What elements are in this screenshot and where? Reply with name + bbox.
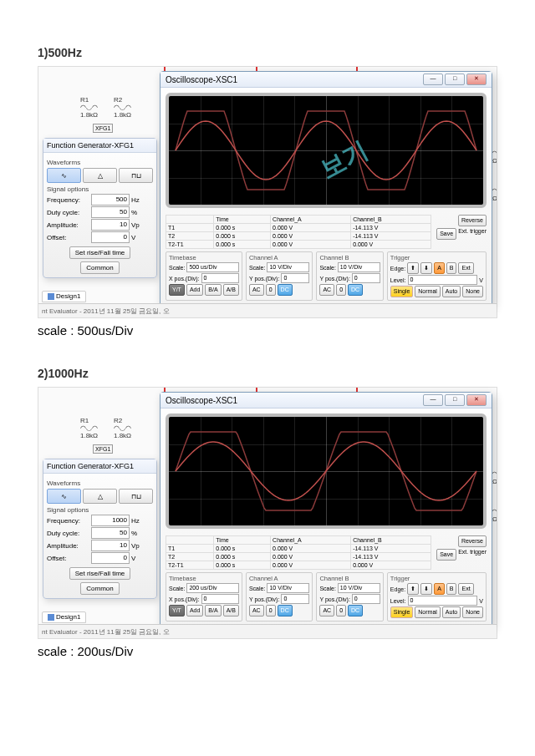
status-bar: nt Evaluator - 2011년 11월 25일 금요일, 오: [38, 303, 497, 317]
timebase-b-a-button[interactable]: B/A: [205, 605, 221, 616]
fg-set-rise-fall-button[interactable]: Set rise/Fall time: [69, 246, 131, 259]
save-button[interactable]: Save: [436, 228, 456, 240]
timebase-add-button[interactable]: Add: [186, 284, 203, 296]
channel-b-0-button[interactable]: 0: [336, 605, 346, 616]
channel-a-dc-button[interactable]: DC: [278, 605, 293, 616]
close-icon[interactable]: ✕: [466, 74, 487, 85]
timebase-section: TimebaseScale:200 us/DivX pos.(Div):0Y/T…: [166, 572, 242, 622]
edge-rise-icon[interactable]: ⬆: [407, 262, 419, 274]
fg-titlebar[interactable]: Function Generator-XFG1: [43, 459, 156, 474]
channel-b-scale-field[interactable]: 10 V/Div: [338, 262, 380, 272]
triangle-wave-icon[interactable]: △: [83, 489, 117, 504]
channel-b-scale-field[interactable]: 10 V/Div: [338, 583, 380, 593]
square-wave-icon[interactable]: ⊓⊔: [119, 168, 153, 183]
edge-rise-icon[interactable]: ⬆: [407, 583, 419, 595]
edge-fall-icon[interactable]: ⬇: [420, 262, 432, 274]
trigger-single-button[interactable]: Single: [390, 606, 413, 618]
timebase-a-b-button[interactable]: A/B: [223, 284, 239, 296]
reverse-button[interactable]: Reverse: [458, 215, 487, 226]
minimize-icon[interactable]: —: [423, 74, 443, 85]
timebase-scale-field[interactable]: 500 us/Div: [186, 262, 238, 272]
trigger-ext-button[interactable]: Ext: [458, 583, 473, 595]
channel-b-pos-field[interactable]: 0: [352, 594, 380, 604]
sine-wave-icon[interactable]: ∿: [47, 489, 81, 504]
trigger-ext-button[interactable]: Ext: [458, 262, 473, 274]
channel-a-dc-button[interactable]: DC: [278, 284, 293, 296]
fg-freq-field[interactable]: 1000: [91, 515, 130, 526]
scope-titlebar[interactable]: Oscilloscope-XSC1—□✕: [160, 393, 492, 408]
trigger-single-button[interactable]: Single: [390, 286, 413, 297]
channel-b-ac-button[interactable]: AC: [319, 605, 334, 616]
fg-amp-field[interactable]: 10: [91, 219, 130, 231]
fg-duty-field[interactable]: 50: [91, 206, 130, 218]
timebase-pos-field[interactable]: 0: [201, 594, 239, 604]
channel-a-ac-button[interactable]: AC: [249, 605, 264, 616]
cursor-data-table: TimeChannel_AChannel_BT10.000 s0.000 V-1…: [166, 215, 431, 249]
fg-titlebar[interactable]: Function Generator-XFG1: [43, 139, 156, 153]
fg-offset-field[interactable]: 0: [91, 552, 130, 564]
close-icon[interactable]: ✕: [466, 394, 487, 406]
trigger-normal-button[interactable]: Normal: [415, 606, 441, 618]
trigger-normal-button[interactable]: Normal: [415, 286, 441, 297]
timebase-y-t-button[interactable]: Y/T: [169, 605, 185, 616]
simulation-canvas: R1◠◡◠1.8kΩR2◠◡◠1.8kΩR8◠◡◠ 2.2kΩR7◠◡◠ 1.8…: [38, 66, 497, 318]
timebase-pos-field[interactable]: 0: [201, 273, 239, 283]
channel-a-0-button[interactable]: 0: [266, 605, 276, 616]
tab-design[interactable]: Design1: [42, 291, 86, 302]
resistor-r2: R2◠◡◠1.8kΩ: [114, 96, 131, 119]
status-bar: nt Evaluator - 2011년 11월 25일 금요일, 오: [38, 624, 497, 638]
fg-freq-field[interactable]: 500: [91, 194, 130, 205]
trigger-none-button[interactable]: None: [462, 286, 483, 297]
trigger-a-button[interactable]: A: [434, 583, 445, 595]
component-xfg: XFG1: [93, 444, 113, 454]
channel-a-scale-field[interactable]: 10 V/Div: [267, 262, 309, 272]
maximize-icon[interactable]: □: [445, 74, 465, 85]
square-wave-icon[interactable]: ⊓⊔: [119, 489, 153, 504]
trigger-level-field[interactable]: 0: [408, 275, 478, 285]
design-icon: [48, 614, 54, 621]
channel-a-0-button[interactable]: 0: [266, 284, 276, 296]
trigger-auto-button[interactable]: Auto: [442, 286, 461, 297]
fg-set-rise-fall-button[interactable]: Set rise/Fall time: [69, 567, 131, 580]
timebase-add-button[interactable]: Add: [186, 605, 203, 616]
channel-a-scale-field[interactable]: 10 V/Div: [267, 583, 309, 593]
fg-common-button[interactable]: Common: [80, 582, 119, 595]
trigger-b-button[interactable]: B: [446, 583, 457, 595]
scope-display: [166, 93, 487, 208]
timebase-a-b-button[interactable]: A/B: [223, 605, 239, 616]
channel-b-0-button[interactable]: 0: [336, 284, 346, 296]
sine-wave-icon[interactable]: ∿: [47, 168, 81, 183]
fg-offset-field[interactable]: 0: [91, 231, 130, 243]
fg-duty-field[interactable]: 50: [91, 527, 130, 539]
channel-b-ac-button[interactable]: AC: [319, 284, 334, 296]
timebase-b-a-button[interactable]: B/A: [205, 284, 221, 296]
trigger-a-button[interactable]: A: [434, 262, 445, 274]
trigger-auto-button[interactable]: Auto: [442, 606, 461, 618]
save-button[interactable]: Save: [436, 549, 456, 561]
timebase-scale-field[interactable]: 200 us/Div: [186, 583, 238, 593]
component-xfg: XFG1: [93, 124, 113, 133]
fg-common-button[interactable]: Common: [80, 261, 119, 274]
trigger-level-field[interactable]: 0: [408, 596, 478, 606]
trigger-section: TriggerEdge:⬆⬇ABExtLevel:0VSingleNormalA…: [387, 251, 487, 301]
channel-b-pos-field[interactable]: 0: [352, 273, 380, 283]
timebase-y-t-button[interactable]: Y/T: [169, 284, 185, 296]
minimize-icon[interactable]: —: [423, 394, 443, 406]
fg-amp-field[interactable]: 10: [91, 540, 130, 551]
trigger-b-button[interactable]: B: [446, 262, 457, 274]
reverse-button[interactable]: Reverse: [458, 535, 487, 547]
channel-a-pos-field[interactable]: 0: [281, 594, 309, 604]
channel-a-pos-field[interactable]: 0: [281, 273, 309, 283]
channel-b-dc-button[interactable]: DC: [348, 605, 363, 616]
scale-note: scale : 200us/Div: [38, 644, 497, 658]
maximize-icon[interactable]: □: [445, 394, 465, 406]
triangle-wave-icon[interactable]: △: [83, 168, 117, 183]
channel-a-ac-button[interactable]: AC: [249, 284, 264, 296]
trigger-section: TriggerEdge:⬆⬇ABExtLevel:0VSingleNormalA…: [387, 572, 487, 622]
trigger-none-button[interactable]: None: [462, 606, 483, 618]
edge-fall-icon[interactable]: ⬇: [420, 583, 432, 595]
channel-b-dc-button[interactable]: DC: [348, 284, 363, 296]
scope-titlebar[interactable]: Oscilloscope-XSC1—□✕: [160, 72, 492, 88]
tab-design[interactable]: Design1: [42, 611, 86, 623]
scope-display: [166, 414, 487, 529]
